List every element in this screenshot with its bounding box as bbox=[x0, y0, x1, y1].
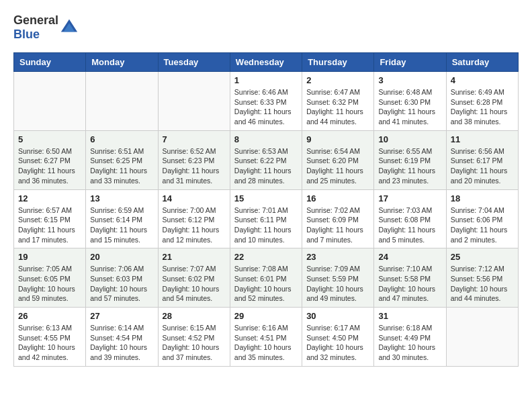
day-number: 4 bbox=[451, 75, 514, 85]
calendar-cell: 16Sunrise: 7:02 AM Sunset: 6:09 PM Dayli… bbox=[302, 189, 374, 248]
day-info: Sunrise: 7:01 AM Sunset: 6:11 PM Dayligh… bbox=[234, 205, 298, 245]
calendar-cell: 1Sunrise: 6:46 AM Sunset: 6:33 PM Daylig… bbox=[230, 72, 302, 131]
day-number: 5 bbox=[18, 134, 81, 144]
day-number: 7 bbox=[163, 134, 226, 144]
logo-icon bbox=[60, 18, 79, 37]
calendar-cell: 17Sunrise: 7:03 AM Sunset: 6:08 PM Dayli… bbox=[374, 189, 446, 248]
day-info: Sunrise: 7:03 AM Sunset: 6:08 PM Dayligh… bbox=[378, 205, 441, 245]
calendar-cell: 13Sunrise: 6:59 AM Sunset: 6:14 PM Dayli… bbox=[86, 189, 158, 248]
day-info: Sunrise: 7:08 AM Sunset: 6:01 PM Dayligh… bbox=[234, 264, 298, 304]
day-number: 11 bbox=[451, 134, 514, 144]
day-number: 14 bbox=[163, 193, 226, 203]
page-header: General Blue bbox=[13, 13, 519, 42]
day-number: 27 bbox=[90, 311, 153, 321]
day-number: 10 bbox=[378, 134, 441, 144]
day-info: Sunrise: 7:09 AM Sunset: 5:59 PM Dayligh… bbox=[306, 264, 369, 304]
day-info: Sunrise: 6:14 AM Sunset: 4:54 PM Dayligh… bbox=[90, 323, 153, 363]
day-info: Sunrise: 6:52 AM Sunset: 6:23 PM Dayligh… bbox=[163, 146, 226, 186]
col-header-sunday: Sunday bbox=[14, 53, 86, 72]
calendar-week-row: 12Sunrise: 6:57 AM Sunset: 6:15 PM Dayli… bbox=[14, 189, 519, 248]
day-number: 23 bbox=[306, 252, 369, 262]
calendar-cell: 28Sunrise: 6:15 AM Sunset: 4:52 PM Dayli… bbox=[158, 308, 230, 367]
day-info: Sunrise: 6:55 AM Sunset: 6:19 PM Dayligh… bbox=[378, 146, 441, 186]
calendar-cell: 8Sunrise: 6:53 AM Sunset: 6:22 PM Daylig… bbox=[230, 130, 302, 189]
calendar-week-row: 1Sunrise: 6:46 AM Sunset: 6:33 PM Daylig… bbox=[14, 72, 519, 131]
col-header-friday: Friday bbox=[374, 53, 446, 72]
day-info: Sunrise: 6:49 AM Sunset: 6:28 PM Dayligh… bbox=[451, 87, 514, 127]
calendar-cell bbox=[86, 72, 158, 131]
day-info: Sunrise: 6:47 AM Sunset: 6:32 PM Dayligh… bbox=[306, 87, 369, 127]
day-info: Sunrise: 6:16 AM Sunset: 4:51 PM Dayligh… bbox=[234, 323, 298, 363]
col-header-monday: Monday bbox=[86, 53, 158, 72]
day-number: 22 bbox=[234, 252, 298, 262]
day-info: Sunrise: 6:50 AM Sunset: 6:27 PM Dayligh… bbox=[18, 146, 81, 186]
day-info: Sunrise: 6:48 AM Sunset: 6:30 PM Dayligh… bbox=[378, 87, 441, 127]
calendar-cell bbox=[14, 72, 86, 131]
day-number: 31 bbox=[378, 311, 441, 321]
logo-general: General bbox=[13, 13, 58, 27]
calendar-cell: 4Sunrise: 6:49 AM Sunset: 6:28 PM Daylig… bbox=[446, 72, 518, 131]
day-number: 1 bbox=[234, 75, 298, 85]
day-info: Sunrise: 6:17 AM Sunset: 4:50 PM Dayligh… bbox=[306, 323, 369, 363]
day-info: Sunrise: 7:02 AM Sunset: 6:09 PM Dayligh… bbox=[306, 205, 369, 245]
day-number: 29 bbox=[234, 311, 298, 321]
day-info: Sunrise: 7:05 AM Sunset: 6:05 PM Dayligh… bbox=[18, 264, 81, 304]
calendar-cell: 5Sunrise: 6:50 AM Sunset: 6:27 PM Daylig… bbox=[14, 130, 86, 189]
day-number: 6 bbox=[90, 134, 153, 144]
day-info: Sunrise: 7:00 AM Sunset: 6:12 PM Dayligh… bbox=[163, 205, 226, 245]
calendar-cell: 12Sunrise: 6:57 AM Sunset: 6:15 PM Dayli… bbox=[14, 189, 86, 248]
calendar-cell bbox=[446, 308, 518, 367]
day-info: Sunrise: 7:10 AM Sunset: 5:58 PM Dayligh… bbox=[378, 264, 441, 304]
logo-text: General Blue bbox=[13, 13, 58, 42]
day-number: 20 bbox=[90, 252, 153, 262]
calendar-cell: 15Sunrise: 7:01 AM Sunset: 6:11 PM Dayli… bbox=[230, 189, 302, 248]
day-number: 18 bbox=[451, 193, 514, 203]
day-info: Sunrise: 7:04 AM Sunset: 6:06 PM Dayligh… bbox=[451, 205, 514, 245]
calendar-cell: 29Sunrise: 6:16 AM Sunset: 4:51 PM Dayli… bbox=[230, 308, 302, 367]
day-number: 17 bbox=[378, 193, 441, 203]
calendar-cell: 31Sunrise: 6:18 AM Sunset: 4:49 PM Dayli… bbox=[374, 308, 446, 367]
calendar-cell: 30Sunrise: 6:17 AM Sunset: 4:50 PM Dayli… bbox=[302, 308, 374, 367]
day-info: Sunrise: 6:59 AM Sunset: 6:14 PM Dayligh… bbox=[90, 205, 153, 245]
calendar-week-row: 26Sunrise: 6:13 AM Sunset: 4:55 PM Dayli… bbox=[14, 308, 519, 367]
day-number: 30 bbox=[306, 311, 369, 321]
calendar-cell: 26Sunrise: 6:13 AM Sunset: 4:55 PM Dayli… bbox=[14, 308, 86, 367]
calendar-table: SundayMondayTuesdayWednesdayThursdayFrid… bbox=[13, 52, 519, 367]
calendar-cell: 10Sunrise: 6:55 AM Sunset: 6:19 PM Dayli… bbox=[374, 130, 446, 189]
day-number: 12 bbox=[18, 193, 81, 203]
calendar-week-row: 19Sunrise: 7:05 AM Sunset: 6:05 PM Dayli… bbox=[14, 248, 519, 308]
day-info: Sunrise: 6:46 AM Sunset: 6:33 PM Dayligh… bbox=[234, 87, 298, 127]
logo: General Blue bbox=[13, 13, 79, 42]
day-number: 19 bbox=[18, 252, 81, 262]
col-header-tuesday: Tuesday bbox=[158, 53, 230, 72]
calendar-cell: 27Sunrise: 6:14 AM Sunset: 4:54 PM Dayli… bbox=[86, 308, 158, 367]
day-number: 15 bbox=[234, 193, 298, 203]
calendar-cell bbox=[158, 72, 230, 131]
calendar-cell: 14Sunrise: 7:00 AM Sunset: 6:12 PM Dayli… bbox=[158, 189, 230, 248]
calendar-cell: 2Sunrise: 6:47 AM Sunset: 6:32 PM Daylig… bbox=[302, 72, 374, 131]
calendar-cell: 21Sunrise: 7:07 AM Sunset: 6:02 PM Dayli… bbox=[158, 248, 230, 308]
calendar-cell: 18Sunrise: 7:04 AM Sunset: 6:06 PM Dayli… bbox=[446, 189, 518, 248]
logo-blue: Blue bbox=[13, 28, 40, 41]
day-number: 8 bbox=[234, 134, 298, 144]
day-info: Sunrise: 7:07 AM Sunset: 6:02 PM Dayligh… bbox=[163, 264, 226, 304]
calendar-cell: 3Sunrise: 6:48 AM Sunset: 6:30 PM Daylig… bbox=[374, 72, 446, 131]
day-number: 21 bbox=[163, 252, 226, 262]
calendar-cell: 11Sunrise: 6:56 AM Sunset: 6:17 PM Dayli… bbox=[446, 130, 518, 189]
col-header-saturday: Saturday bbox=[446, 53, 518, 72]
calendar-cell: 20Sunrise: 7:06 AM Sunset: 6:03 PM Dayli… bbox=[86, 248, 158, 308]
day-info: Sunrise: 7:12 AM Sunset: 5:56 PM Dayligh… bbox=[451, 264, 514, 304]
day-info: Sunrise: 6:56 AM Sunset: 6:17 PM Dayligh… bbox=[451, 146, 514, 186]
day-info: Sunrise: 6:13 AM Sunset: 4:55 PM Dayligh… bbox=[18, 323, 81, 363]
day-number: 3 bbox=[378, 75, 441, 85]
calendar-cell: 7Sunrise: 6:52 AM Sunset: 6:23 PM Daylig… bbox=[158, 130, 230, 189]
day-number: 2 bbox=[306, 75, 369, 85]
col-header-thursday: Thursday bbox=[302, 53, 374, 72]
calendar-cell: 22Sunrise: 7:08 AM Sunset: 6:01 PM Dayli… bbox=[230, 248, 302, 308]
calendar-week-row: 5Sunrise: 6:50 AM Sunset: 6:27 PM Daylig… bbox=[14, 130, 519, 189]
calendar-cell: 23Sunrise: 7:09 AM Sunset: 5:59 PM Dayli… bbox=[302, 248, 374, 308]
day-number: 16 bbox=[306, 193, 369, 203]
calendar-cell: 6Sunrise: 6:51 AM Sunset: 6:25 PM Daylig… bbox=[86, 130, 158, 189]
calendar-cell: 19Sunrise: 7:05 AM Sunset: 6:05 PM Dayli… bbox=[14, 248, 86, 308]
day-info: Sunrise: 6:53 AM Sunset: 6:22 PM Dayligh… bbox=[234, 146, 298, 186]
